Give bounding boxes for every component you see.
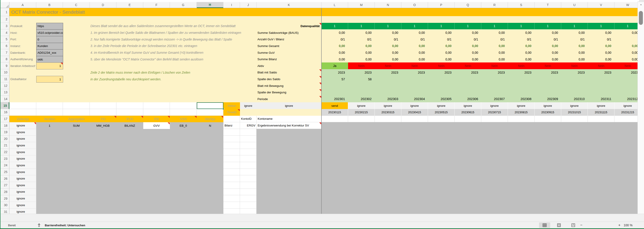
cell-L7[interactable]: 0,00 [322,49,348,56]
vertical-scrollbar[interactable]: ▲ [638,2,644,214]
cell-W17[interactable] [614,116,638,122]
row-header-9[interactable]: 9 [0,62,10,69]
cell-N15[interactable]: ignore [375,102,401,109]
cell-I28[interactable] [224,189,240,196]
cell-P17[interactable] [428,116,455,122]
cell-U9[interactable]: Nein [561,62,588,69]
cell-Q10[interactable]: 2023 [455,69,481,76]
cell-U14[interactable]: 202310 [561,96,588,102]
column-header-M[interactable]: M [348,2,375,8]
cell-S6[interactable]: 0,00 [508,43,534,50]
cell-R16[interactable]: 20230715 [481,109,508,116]
cell-M15[interactable]: ignore [348,102,375,109]
cell-Q8[interactable]: 0,00 [455,56,481,63]
cell-F15[interactable] [143,102,170,109]
cell-Q14[interactable]: 202306 [455,96,481,102]
cell-L15[interactable]: send [322,102,348,109]
cell-R5[interactable]: 0/1 [481,36,508,43]
cell-V16[interactable]: 20231115 [588,109,614,116]
cell-W7[interactable]: 0,00 [614,49,638,56]
cell-I24[interactable] [224,162,240,169]
cell-T14[interactable]: 202309 [534,96,561,102]
cell-L6[interactable]: 0,00 [322,43,348,50]
cell-B15[interactable] [36,102,63,109]
cell-O8[interactable]: 0,00 [401,56,428,63]
selected-cell[interactable] [197,102,224,109]
cell-A25[interactable]: ignore [10,169,36,176]
column-header-K[interactable]: K [256,2,322,8]
cell-R3[interactable]: 1 [481,23,508,30]
cell-L4[interactable]: 0,00 [322,29,348,36]
cell-U6[interactable]: 0,00 [561,43,588,50]
column-header-A[interactable]: A [10,2,36,8]
config-value-5[interactable]: 0 [36,36,63,43]
cell-P5[interactable]: 0/1 [428,36,455,43]
cell-U7[interactable]: 0,00 [561,49,588,56]
cell-S14[interactable]: 202308 [508,96,534,102]
column-header-L[interactable]: L [322,2,348,8]
cell-A22[interactable]: ignore [10,149,36,156]
cell-W10[interactable]: 2023 [614,69,638,76]
row-header-22[interactable]: 22 [0,149,10,156]
column-header-R[interactable]: R [481,2,508,8]
cell-V6[interactable]: 0,00 [588,43,614,50]
row-header-2[interactable]: 2 [0,16,10,23]
row-header-15[interactable]: 15 [0,102,10,109]
cell-N7[interactable]: 0,00 [375,49,401,56]
cell-H16[interactable] [197,109,224,116]
cell-A30[interactable]: ignore [10,202,36,209]
cell-W6[interactable]: 0,00 [614,43,638,50]
column-header-I[interactable]: I [224,2,240,8]
cell-T6[interactable]: 0,00 [534,43,561,50]
cell-F16[interactable] [143,109,170,116]
cell-V4[interactable]: 0,00 [588,29,614,36]
cell-J31[interactable] [240,209,256,214]
column-header-C[interactable]: C [63,2,90,8]
column-header-V[interactable]: V [588,2,614,8]
row-header-5[interactable]: 5 [0,36,10,43]
cell-V5[interactable]: 0/1 [588,36,614,43]
cell-E15[interactable] [116,102,143,109]
cell-O5[interactable]: 0/1 [401,36,428,43]
column-header-T[interactable]: T [534,2,561,8]
cell-I21[interactable] [224,142,240,149]
cell-K18[interactable]: Ergebnisverwendung bei Korrektur SV [256,122,322,129]
cell-Q3[interactable]: 1 [455,23,481,30]
row-header-11[interactable]: 11 [0,76,10,82]
config-value-9[interactable]: 1 [36,62,63,70]
zoom-in-button[interactable]: + [618,222,620,228]
cell-U8[interactable]: 0,00 [561,56,588,63]
cell-J24[interactable] [240,162,256,169]
cell-R10[interactable]: 2023 [481,69,508,76]
row-header-27[interactable]: 27 [0,182,10,189]
cell-R14[interactable]: 202307 [481,96,508,102]
cell-N14[interactable]: 202303 [375,96,401,102]
page-break-view-button[interactable] [568,222,579,228]
cell-S5[interactable]: 0/1 [508,36,534,43]
cell-D15[interactable] [90,102,116,109]
column-header-P[interactable]: P [428,2,455,8]
config-value-4[interactable]: v510.octprovider.com [36,29,63,36]
cell-N10[interactable]: 2023 [375,69,401,76]
row-header-21[interactable]: 21 [0,142,10,149]
cell-J28[interactable] [240,189,256,196]
cell-O9[interactable]: Nein [401,62,428,69]
cell-F18[interactable]: GVV [143,122,170,129]
cell-U4[interactable]: 0,00 [561,29,588,36]
cell-M5[interactable]: 0/1 [348,36,375,43]
column-header-Q[interactable]: Q [455,2,481,8]
cell-A18[interactable]: ignore [10,122,36,129]
cell-N17[interactable] [375,116,401,122]
cell-R7[interactable]: 0,00 [481,49,508,56]
cell-I27[interactable] [224,182,240,189]
cell-U5[interactable]: 0/1 [561,36,588,43]
cell-Q9[interactable]: Nein [455,62,481,69]
cell-V17[interactable] [588,116,614,122]
column-header-N[interactable]: N [375,2,401,8]
cell-N9[interactable]: Nein [375,62,401,69]
cell-R17[interactable] [481,116,508,122]
cell-A21[interactable]: ignore [10,142,36,149]
cell-T7[interactable]: 0,00 [534,49,561,56]
cell-P16[interactable]: 20230515 [428,109,455,116]
cell-A29[interactable]: ignore [10,195,36,202]
